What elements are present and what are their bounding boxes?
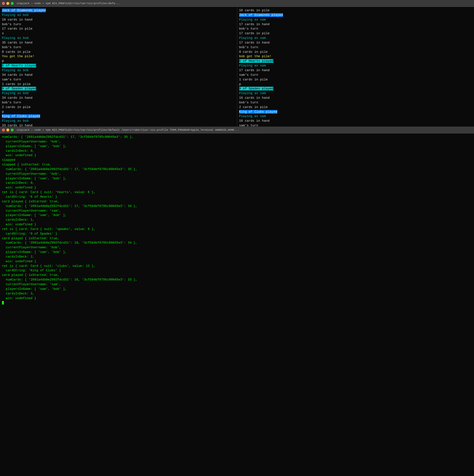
terminal-text: win: undefined } (2, 223, 36, 226)
terminal-text: cardsInDeck: 0, (2, 149, 34, 153)
terminal-text: slapped (2, 158, 15, 162)
terminal-text: 2 cards in pile (2, 105, 31, 109)
maximize-button[interactable] (11, 2, 14, 5)
terminal-text: cardString: '6 of Hearts' } (2, 195, 57, 199)
terminal-line: King of Clubs played (239, 110, 472, 114)
bottom-terminal-panel[interactable]: numCards: { '2891a4db0e2992fdcd31': 17, … (0, 134, 474, 476)
terminal-line: cardsInDeck: 0, (2, 181, 472, 186)
top-window-title: slapjack — node • npm NIX_PROFILES=/nix/… (17, 2, 120, 5)
bottom-window-bar: slapjack — node • npm NIX_PROFILES=/nix/… (0, 127, 474, 134)
terminal-line (2, 301, 472, 305)
terminal-text: currentPlayerUsername: 'bob', (2, 172, 61, 176)
highlighted-text: 6 of Hearts played (2, 64, 36, 68)
terminal-text: cardsInDeck: 1, (2, 218, 34, 222)
terminal-text: 35 cards in hand (2, 41, 33, 45)
terminal-text: bob's turn (2, 22, 21, 26)
terminal-text: cardsInDeck: 2, (2, 255, 34, 258)
terminal-text: bob's turn (239, 45, 258, 49)
terminal-text: Playing as sam (239, 91, 266, 95)
terminal-text: ret is { card: Card { suit: 'hearts', va… (2, 190, 95, 194)
terminal-text: 33 cards in hand (2, 124, 33, 127)
highlighted-text: 9 of Spades played (2, 87, 36, 90)
terminal-text: p (2, 59, 4, 63)
terminal-text: 17 cards in hand (239, 41, 270, 45)
terminal-text: cardString: 'King of Clubs' } (2, 269, 61, 272)
minimize-button[interactable] (6, 2, 9, 5)
terminal-text: 17 cards in hand (239, 22, 270, 26)
terminal-line: numCards: { '2891a4db0e2992fdcd31': 17, … (2, 167, 472, 172)
terminal-line: Playing as bob (2, 91, 235, 96)
terminal-line: Playing as sam (239, 91, 472, 96)
terminal-text: ret is { card: Card { suit: 'spades', va… (2, 227, 95, 231)
terminal-line: slapped { isStarted: true, (2, 163, 472, 167)
terminal-text: Playing as bob (2, 36, 29, 40)
terminal-line: Playing as sam (239, 17, 472, 22)
terminal-text: playersInGame: [ 'sam', 'bob' ], (2, 213, 67, 217)
terminal-line: bob's turn (239, 27, 472, 31)
terminal-line: ret is { card: Card { suit: 'spades', va… (2, 227, 472, 232)
terminal-line: 0 cards in pile (2, 50, 235, 54)
bottom-maximize-button[interactable] (11, 129, 14, 132)
terminal-line: sam's turn (239, 123, 472, 127)
terminal-line: 17 cards in hand (239, 22, 472, 27)
terminal-line: 9 of Spades played (2, 86, 235, 91)
highlighted-text: Jack of Diamonds played (239, 13, 283, 17)
terminal-text: 18 cards in hand (2, 18, 33, 21)
terminal-line: playersInGame: [ 'sam', 'bob' ], (2, 176, 472, 181)
terminal-text: numCards: { '2891a4db0e2992fdcd31': 16, … (2, 278, 137, 282)
terminal-line: bob's turn (239, 45, 472, 50)
terminal-text: win: undefined } (2, 153, 36, 157)
terminal-line: currentPlayerUsername: 'sam', (2, 282, 472, 287)
terminal-line: Playing as sam (239, 114, 472, 119)
terminal-line: 17 cards in hand (239, 68, 472, 73)
highlighted-text: Jack of Diamonds played (2, 9, 46, 12)
terminal-line: slapped (2, 158, 472, 163)
terminal-line: currentPlayerUsername: 'bob', (2, 245, 472, 250)
terminal-line: 33 cards in hand (2, 123, 235, 127)
terminal-line: playersInGame: [ 'sam', 'bob' ], (2, 287, 472, 291)
terminal-text: sam's turn (239, 73, 258, 77)
terminal-line: bob's turn (239, 101, 472, 105)
terminal-line: cardString: '6 of Hearts' } (2, 195, 472, 199)
terminal-text: sam's turn (2, 78, 21, 81)
right-terminal-panel[interactable]: 16 cards in pileJack of Diamonds playedP… (237, 7, 474, 127)
left-terminal-panel[interactable]: Jack of Diamonds playedPlaying as bob18 … (0, 7, 237, 127)
terminal-line: s (2, 31, 235, 36)
terminal-line: 34 cards in hand (2, 73, 235, 77)
terminal-text: cardsInDeck: 0, (2, 181, 34, 185)
terminal-text: card played { isStarted: true, (2, 237, 59, 240)
terminal-text: currentPlayerUsername: 'sam', (2, 283, 61, 286)
terminal-line: numCards: { '2891a4db0e2992fdcd31': 17, … (2, 204, 472, 209)
terminal-line: Playing as bob (2, 36, 235, 41)
terminal-line: Playing as sam (239, 36, 472, 41)
terminal-text: p (239, 82, 241, 86)
close-button[interactable] (2, 2, 5, 5)
terminal-text: 0 cards in pile (239, 50, 268, 54)
terminal-line: win: undefined } (2, 186, 472, 190)
terminal-line: You got the pile! (2, 54, 235, 59)
highlighted-text: 6 of Hearts played (239, 59, 273, 63)
terminal-line: 0 cards in pile (239, 50, 472, 54)
terminal-line: numCards: { '2891a4db0e2992fdcd31': 17, … (2, 135, 472, 139)
terminal-line: 6 of Hearts played (2, 64, 235, 68)
terminal-line: bob's turn (2, 45, 235, 50)
terminal-text: You got the pile! (2, 54, 34, 58)
bottom-minimize-button[interactable] (6, 129, 9, 132)
terminal-text: sam's turn (239, 124, 258, 127)
terminal-line: Playing as bob (2, 68, 235, 73)
terminal-text: 34 cards in hand (2, 96, 33, 100)
terminal-text: bob's turn (239, 101, 258, 104)
bottom-close-button[interactable] (2, 129, 5, 132)
terminal-text: card played { isStarted: true, (2, 200, 59, 203)
terminal-line: numCards: { '2891a4db0e2992fdcd31': 16, … (2, 241, 472, 245)
terminal-line: p (239, 82, 472, 87)
terminal-line: bob's turn (2, 101, 235, 105)
terminal-text: numCards: { '2891a4db0e2992fdcd31': 16, … (2, 241, 137, 245)
terminal-text: Playing as bob (2, 13, 29, 17)
highlighted-text: King of Clubs played (239, 110, 277, 114)
terminal-line: 35 cards in hand (2, 41, 235, 45)
terminal-text: win: undefined } (2, 259, 36, 263)
terminal-text: bob's turn (2, 45, 21, 49)
terminal-text: 1 cards in pile (239, 78, 268, 81)
terminal-text: p (2, 110, 4, 114)
